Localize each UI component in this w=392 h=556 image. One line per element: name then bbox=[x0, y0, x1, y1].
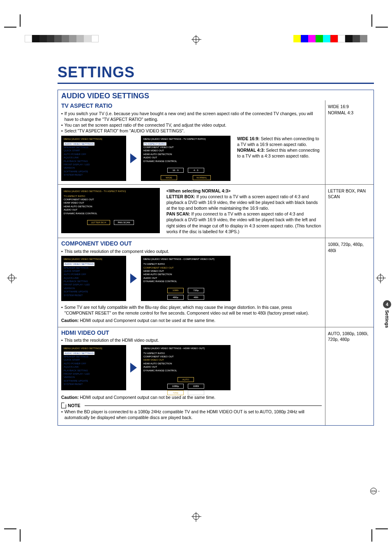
menu-hdmi-out: MENU [AUDIO VIDEO SETTINGS - HDMI VIDEO … bbox=[141, 345, 231, 390]
hdmi-note: When the BD player is connected to a 108… bbox=[61, 409, 322, 420]
side-tab-label: Settings bbox=[385, 310, 390, 328]
btn-720p[interactable]: 720p bbox=[188, 288, 204, 293]
title-rule bbox=[58, 83, 374, 84]
label-wide: WIDE bbox=[161, 175, 177, 180]
component-note: Some TV are not fully compatible with th… bbox=[61, 304, 322, 316]
chevron-right-icon bbox=[130, 273, 137, 283]
chevron-right-icon bbox=[130, 363, 137, 373]
btn-480i[interactable]: 480i bbox=[188, 295, 204, 300]
hdmi-heading: HDMI VIDEO OUT bbox=[61, 329, 322, 337]
btn-1080i[interactable]: 1080i bbox=[167, 288, 184, 293]
menu-audio-video-settings-3: MENU [AUDIO VIDEO SETTINGS] AUDIO VIDEO … bbox=[61, 345, 126, 390]
menu-tv-aspect-ratio: MENU [AUDIO VIDEO SETTINGS - TV ASPECT R… bbox=[141, 136, 231, 181]
btn-panscan[interactable]: PAN SCAN bbox=[114, 220, 134, 225]
tv-aspect-desc: WIDE 16:9: Select this when connecting t… bbox=[235, 136, 322, 159]
btn-16-9[interactable]: 16 : 9 bbox=[167, 168, 184, 173]
page-language-marker: EN - bbox=[370, 488, 380, 494]
btn-480p[interactable]: 480p bbox=[167, 295, 184, 300]
btn-auto[interactable]: AUTO bbox=[178, 377, 194, 382]
menu-component-out: MENU [AUDIO VIDEO SETTINGS - COMPONENT V… bbox=[141, 256, 231, 301]
menu-audio-video-settings-2: MENU [AUDIO VIDEO SETTINGS] AUDIO VIDEO … bbox=[61, 256, 126, 301]
component-options: 1080i, 720p, 480p, 480i bbox=[325, 238, 374, 327]
component-heading: COMPONENT VIDEO OUT bbox=[61, 240, 322, 248]
menu-audio-video-settings: MENU [AUDIO VIDEO SETTINGS] AUDIO VIDEO … bbox=[61, 136, 126, 181]
btn-480p-h[interactable]: 480p bbox=[188, 390, 204, 395]
btn-1080i-h[interactable]: 1080i bbox=[188, 384, 204, 389]
component-caution: Caution: HDMI output and Component outpu… bbox=[61, 317, 322, 323]
btn-letterbox[interactable]: LETTER BOX bbox=[87, 220, 110, 225]
hdmi-options: AUTO, 1080p, 1080i, 720p, 480p bbox=[325, 327, 374, 425]
note-icon bbox=[61, 403, 66, 408]
page-title: SETTINGS bbox=[58, 64, 374, 81]
label-normal: NORMAL bbox=[193, 175, 211, 180]
tv-aspect-bullets: If you switch your TV (i.e. because you … bbox=[61, 111, 322, 134]
menu-tv-aspect-ratio-43: MENU [AUDIO VIDEO SETTINGS - TV ASPECT R… bbox=[61, 188, 160, 233]
tv-aspect-43-options: LETTER BOX, PAN SCAN bbox=[325, 185, 374, 238]
hdmi-bullet: This sets the resolution of the HDMI vid… bbox=[61, 337, 322, 343]
note-heading: NOTE bbox=[61, 403, 322, 409]
btn-1080p[interactable]: 1080p bbox=[167, 384, 184, 389]
tv-aspect-options: WIDE 16:9 NORMAL 4:3 bbox=[325, 100, 374, 184]
tv-aspect-heading: TV ASPECT RATIO bbox=[61, 102, 322, 110]
component-bullet: This sets the resolution of the componen… bbox=[61, 248, 322, 254]
side-tab-number: 4 bbox=[383, 300, 391, 308]
btn-720p-h[interactable]: 720p bbox=[167, 390, 184, 395]
tv-aspect-43-desc: <When selecting NORMAL 4:3> LETTER BOX: … bbox=[164, 188, 322, 234]
side-tab: 4 Settings bbox=[383, 300, 391, 328]
section-header: AUDIO VIDEO SETTINGS bbox=[58, 90, 374, 100]
btn-4-3[interactable]: 4 : 3 bbox=[188, 168, 204, 173]
chevron-right-icon bbox=[130, 153, 137, 163]
